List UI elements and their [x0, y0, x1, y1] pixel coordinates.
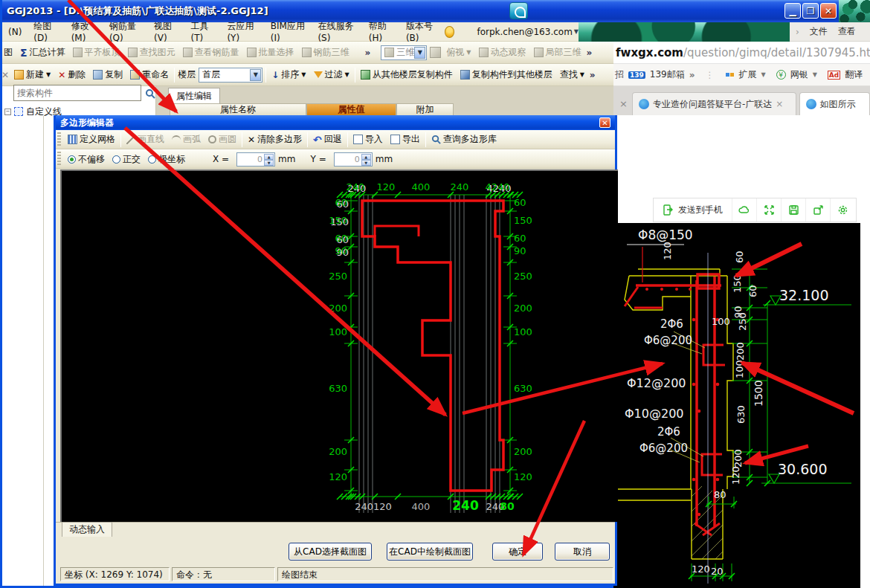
- browser-menu-file[interactable]: 文件: [810, 25, 828, 38]
- floor-dropdown-icon[interactable]: ▼: [250, 69, 261, 81]
- tab-qa-platform[interactable]: 专业造价问题答疑平台-广联达 ×: [632, 92, 796, 115]
- radio-polar-icon[interactable]: [148, 155, 156, 164]
- settings-button[interactable]: [830, 198, 854, 222]
- bookmark-partial[interactable]: 招: [615, 68, 624, 81]
- save-image-button[interactable]: [781, 198, 805, 222]
- draw-line-button[interactable]: 画直线: [124, 132, 167, 147]
- menu-bim[interactable]: BIM应用(I): [265, 19, 312, 45]
- fullscreen-button[interactable]: [756, 198, 781, 222]
- search-input[interactable]: [13, 85, 141, 101]
- y-input[interactable]: 0▲▼: [334, 152, 373, 167]
- radio-no-offset-icon[interactable]: [68, 155, 76, 164]
- menu-rebar[interactable]: 钢筋量(Q): [104, 19, 147, 45]
- x-input[interactable]: 0▲▼: [236, 152, 275, 167]
- radio-ortho-icon[interactable]: [112, 155, 120, 164]
- address-bar[interactable]: fwxgx.com/question/gimq/detail/1307945.h…: [613, 42, 870, 64]
- summary-calc-button[interactable]: Σ汇总计算: [18, 45, 68, 60]
- menu-tools[interactable]: 工具(T): [186, 19, 221, 45]
- browser-menu-view[interactable]: 查看: [838, 25, 856, 38]
- close-panel-icon[interactable]: ✕: [1, 70, 9, 80]
- cube2-icon[interactable]: [430, 47, 441, 58]
- x-down-icon[interactable]: ▼: [264, 160, 274, 166]
- prop-header-extra[interactable]: 附加: [396, 103, 454, 116]
- cancel-button[interactable]: 取消: [555, 543, 610, 560]
- menu-version[interactable]: 版本号(B): [401, 19, 443, 45]
- menu-view[interactable]: 视图(V): [149, 19, 184, 45]
- send-to-phone-button[interactable]: 发送到手机: [654, 198, 732, 222]
- select-from-cad-button[interactable]: 从CAD选择截面图: [289, 543, 372, 560]
- sort-button[interactable]: ↓排序▼: [269, 67, 308, 83]
- align-slab-top-button[interactable]: 平齐板顶: [71, 45, 123, 60]
- copy-from-floor-button[interactable]: 从其他楼层复制构件: [358, 67, 455, 83]
- copy-button[interactable]: 复制: [91, 67, 125, 83]
- import-button[interactable]: 导入: [351, 132, 385, 147]
- tab-close-icon[interactable]: ×: [619, 98, 628, 109]
- share-button[interactable]: [805, 198, 830, 222]
- y-up-icon[interactable]: ▲: [361, 154, 371, 160]
- clear-polygon-button[interactable]: ✕清除多边形: [245, 132, 304, 147]
- find-element-button[interactable]: 查找图元: [126, 45, 178, 60]
- tab-property-edit[interactable]: 属性编辑: [168, 88, 220, 104]
- close-button[interactable]: ✕: [820, 3, 837, 19]
- orbit-button[interactable]: 动态观察: [477, 45, 529, 60]
- mode-no-offset[interactable]: 不偏移: [65, 152, 107, 167]
- delete-button[interactable]: ✕删除: [56, 67, 88, 83]
- dynamic-input-tab[interactable]: 动态输入: [62, 522, 112, 537]
- query-polygon-lib-button[interactable]: 查询多边形库: [429, 132, 499, 147]
- toolbar-overflow-chevron-2[interactable]: »: [587, 48, 593, 58]
- polygon-canvas[interactable]: 6060150150606090902502001006302001206015…: [60, 169, 618, 522]
- copy-to-floor-button[interactable]: 复制构件到其他楼层: [458, 67, 555, 83]
- define-grid-button[interactable]: 定义网格: [65, 132, 117, 147]
- menu-modify[interactable]: 修改(M): [66, 19, 103, 45]
- tab-as-shown[interactable]: 如图所示: [799, 92, 870, 115]
- bookmarks-more-chevron[interactable]: »: [689, 70, 695, 80]
- draw-in-cad-button[interactable]: 在CAD中绘制截面图: [387, 543, 473, 560]
- floor-combo[interactable]: 首层▼: [199, 68, 262, 83]
- menu-cloud[interactable]: 云应用(Y): [222, 19, 263, 45]
- translate-button[interactable]: 翻译: [845, 68, 863, 81]
- tree-collapse-icon[interactable]: −: [4, 109, 11, 115]
- draw-circle-button[interactable]: 画圆: [206, 132, 239, 147]
- filter-button[interactable]: 过滤▼: [312, 67, 352, 83]
- bank-button[interactable]: 网银: [790, 68, 808, 81]
- rebar-3d-button[interactable]: 钢筋三维: [300, 45, 352, 60]
- find-button[interactable]: 查找▼: [558, 67, 587, 83]
- ok-button[interactable]: 确定: [492, 543, 543, 560]
- cloud-save-button[interactable]: [732, 198, 756, 222]
- combo-dropdown-icon[interactable]: ▼: [414, 47, 425, 59]
- toolbar-c-cut[interactable]: 图: [1, 45, 15, 60]
- prop-header-name[interactable]: 属性名称: [170, 103, 306, 116]
- bookmark-139-mail[interactable]: 139邮箱: [650, 68, 685, 81]
- view-rebar-qty-button[interactable]: 查看钢筋量: [181, 45, 242, 60]
- rename-button[interactable]: 重命名: [128, 67, 171, 83]
- account-label[interactable]: forpk.chen@163.com: [477, 27, 572, 37]
- view-mode-combo[interactable]: 三维▼: [381, 45, 427, 60]
- maximize-button[interactable]: ❐: [802, 3, 819, 19]
- menu-help[interactable]: 帮助(H): [364, 19, 399, 45]
- x-up-icon[interactable]: ▲: [264, 154, 274, 160]
- prop-header-value[interactable]: 属性值: [306, 103, 396, 116]
- mode-ortho[interactable]: 正交: [110, 152, 143, 167]
- toolbar-overflow-chevron-3[interactable]: »: [590, 70, 596, 80]
- menu-draw[interactable]: 绘图(D): [28, 19, 64, 45]
- extensions-button[interactable]: 扩展: [738, 68, 756, 81]
- chevron-right-icon[interactable]: ›: [796, 27, 799, 37]
- search-button[interactable]: [143, 86, 157, 100]
- top-view-button[interactable]: 俯视▼: [444, 45, 473, 60]
- menu-file[interactable]: (N): [3, 25, 27, 39]
- menu-online[interactable]: 在线服务(S): [312, 19, 361, 45]
- new-button[interactable]: 新建▼: [12, 67, 53, 83]
- dialog-close-icon[interactable]: ✕: [599, 117, 610, 128]
- minimize-button[interactable]: ▁: [784, 3, 801, 19]
- batch-select-button[interactable]: 批量选择: [245, 45, 297, 60]
- dialog-title-bar[interactable]: 多边形编辑器 ✕: [56, 115, 615, 130]
- input-method-icon[interactable]: [509, 2, 528, 19]
- undo-button[interactable]: ↶回退: [311, 132, 344, 147]
- local-3d-button[interactable]: 局部三维: [532, 45, 584, 60]
- draw-arc-button[interactable]: 画弧: [170, 132, 203, 147]
- y-down-icon[interactable]: ▼: [361, 160, 371, 166]
- toolbar-overflow-chevron[interactable]: »: [365, 48, 371, 58]
- tab1-close-icon[interactable]: ×: [776, 99, 783, 109]
- export-button[interactable]: 导出: [388, 132, 422, 147]
- mode-polar[interactable]: 极坐标: [146, 152, 187, 167]
